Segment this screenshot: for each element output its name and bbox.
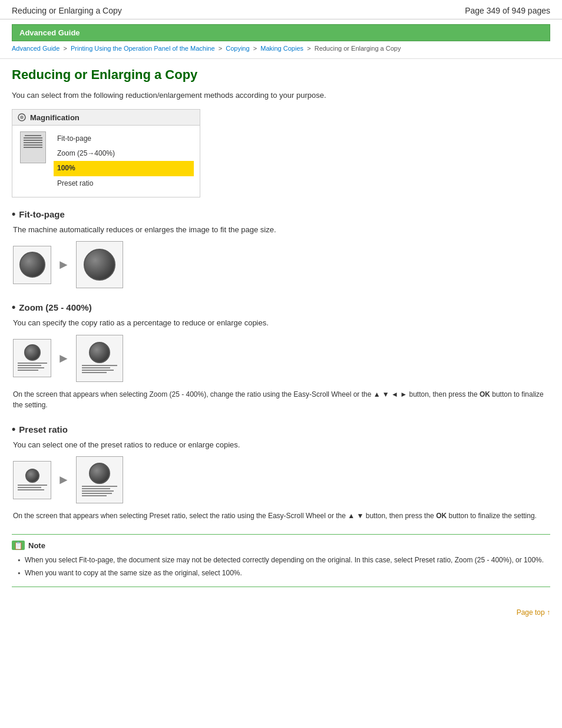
mag-option-preset[interactable]: Preset ratio — [54, 176, 194, 191]
zoom-result-lines — [82, 365, 117, 374]
breadcrumb-link-advanced-guide[interactable]: Advanced Guide — [12, 45, 59, 52]
page-header: Reducing or Enlarging a Copy Page 349 of… — [0, 0, 562, 19]
note-header: 📋 Note — [12, 541, 550, 550]
zoom-source-lines — [18, 363, 47, 372]
section-zoom-desc: You can specify the copy ratio as a perc… — [13, 317, 550, 329]
breadcrumb-link-copying[interactable]: Copying — [226, 45, 249, 52]
section-zoom: Zoom (25 - 400%) You can specify the cop… — [12, 301, 550, 410]
preset-result-content — [82, 463, 117, 498]
zoom-arrow-icon: ► — [57, 351, 70, 366]
breadcrumb-link-making-copies[interactable]: Making Copies — [260, 45, 303, 52]
breadcrumb: Advanced Guide > Printing Using the Oper… — [0, 41, 562, 59]
note-item-2: When you want to copy at the same size a… — [18, 568, 550, 578]
magnification-panel: Magnification Fit-to-page Zoom (25→400%)… — [12, 109, 200, 197]
note-section: 📋 Note When you select Fit-to-page, the … — [12, 534, 550, 587]
zoom-illustration: ► — [13, 335, 550, 382]
intro-text: You can select from the following reduct… — [12, 90, 550, 101]
page-number: Page 349 of 949 pages — [465, 6, 550, 15]
preset-source-box — [13, 461, 51, 499]
mag-option-fit-to-page[interactable]: Fit-to-page — [54, 131, 194, 146]
note-item-1: When you select Fit-to-page, the documen… — [18, 555, 550, 565]
magnification-icon — [17, 113, 27, 122]
main-content: Reducing or Enlarging a Copy You can sel… — [0, 59, 562, 599]
page-top-link[interactable]: Page top ↑ — [517, 608, 550, 617]
preset-source-circle — [25, 469, 39, 483]
section-preset-desc: You can select one of the preset ratios … — [13, 439, 550, 451]
note-list: When you select Fit-to-page, the documen… — [12, 555, 550, 578]
section-fit-desc: The machine automatically reduces or enl… — [13, 224, 550, 236]
fit-result-box — [76, 241, 123, 288]
advanced-guide-bar: Advanced Guide — [12, 24, 550, 41]
breadcrumb-link-printing[interactable]: Printing Using the Operation Panel of th… — [71, 45, 215, 52]
magnification-header: Magnification — [12, 110, 200, 126]
section-fit-to-page: Fit-to-page The machine automatically re… — [12, 208, 550, 289]
svg-point-1 — [20, 116, 24, 119]
zoom-source-circle — [24, 344, 41, 361]
preset-illustration: ► — [13, 456, 550, 503]
zoom-result-circle — [89, 342, 110, 363]
preset-source-content — [18, 469, 47, 492]
page-title: Reducing or Enlarging a Copy — [12, 67, 550, 83]
advanced-guide-label: Advanced Guide — [19, 28, 80, 37]
zoom-on-screen-text: On the screen that appears when selectin… — [13, 389, 550, 410]
note-icon: 📋 — [12, 541, 25, 550]
section-preset-title: Preset ratio — [12, 423, 550, 436]
note-label: Note — [28, 541, 45, 550]
doc-title: Reducing or Enlarging a Copy — [12, 6, 122, 15]
page-top-section: Page top ↑ — [0, 599, 562, 622]
preset-result-circle — [89, 463, 110, 484]
preset-result-box — [76, 456, 123, 503]
fit-source-circle — [19, 252, 45, 278]
preset-result-lines — [82, 486, 117, 498]
device-icon — [18, 131, 48, 167]
zoom-result-content — [82, 342, 117, 374]
fit-source-box — [13, 246, 51, 284]
fit-illustration: ► — [13, 241, 550, 288]
mag-option-zoom[interactable]: Zoom (25→400%) — [54, 146, 194, 161]
zoom-source-content — [18, 344, 47, 372]
magnification-options: Fit-to-page Zoom (25→400%) 100% Preset r… — [54, 131, 194, 191]
fit-result-circle — [84, 249, 115, 281]
fit-arrow-icon: ► — [57, 257, 70, 272]
preset-arrow-icon: ► — [57, 472, 70, 487]
zoom-result-box — [76, 335, 123, 382]
preset-on-screen-text: On the screen that appears when selectin… — [13, 510, 550, 521]
magnification-body: Fit-to-page Zoom (25→400%) 100% Preset r… — [12, 126, 200, 197]
magnification-label: Magnification — [30, 113, 80, 122]
section-zoom-title: Zoom (25 - 400%) — [12, 301, 550, 314]
preset-source-lines — [18, 485, 47, 492]
mag-option-100[interactable]: 100% — [54, 161, 194, 176]
section-preset: Preset ratio You can select one of the p… — [12, 423, 550, 522]
breadcrumb-current: Reducing or Enlarging a Copy — [315, 45, 401, 52]
zoom-source-box — [13, 339, 51, 377]
section-fit-title: Fit-to-page — [12, 208, 550, 220]
